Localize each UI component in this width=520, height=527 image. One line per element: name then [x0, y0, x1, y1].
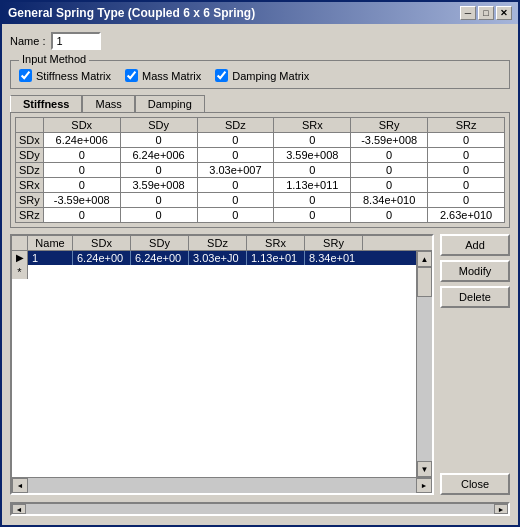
- damping-checkbox[interactable]: [215, 69, 228, 82]
- matrix-cell-5-1[interactable]: [120, 208, 197, 223]
- matrix-input-3-0[interactable]: [47, 179, 117, 191]
- matrix-input-4-5[interactable]: [431, 194, 501, 206]
- matrix-cell-3-2[interactable]: [197, 178, 274, 193]
- matrix-input-0-0[interactable]: [47, 134, 117, 146]
- matrix-input-5-1[interactable]: [124, 209, 194, 221]
- matrix-input-0-1[interactable]: [124, 134, 194, 146]
- matrix-cell-4-0[interactable]: [43, 193, 120, 208]
- matrix-cell-2-2[interactable]: [197, 163, 274, 178]
- matrix-cell-1-5[interactable]: [428, 148, 505, 163]
- matrix-input-4-3[interactable]: [277, 194, 347, 206]
- tab-damping[interactable]: Damping: [135, 95, 205, 112]
- bottom-scroll-left[interactable]: ◄: [12, 504, 26, 514]
- matrix-input-1-5[interactable]: [431, 149, 501, 161]
- matrix-cell-2-0[interactable]: [43, 163, 120, 178]
- matrix-cell-5-4[interactable]: [351, 208, 428, 223]
- scroll-left-button[interactable]: ◄: [12, 478, 28, 493]
- matrix-input-3-2[interactable]: [201, 179, 271, 191]
- scroll-thumb[interactable]: [417, 267, 432, 297]
- matrix-cell-3-1[interactable]: [120, 178, 197, 193]
- matrix-input-5-4[interactable]: [354, 209, 424, 221]
- matrix-cell-2-5[interactable]: [428, 163, 505, 178]
- matrix-cell-0-1[interactable]: [120, 133, 197, 148]
- row-name: 1: [28, 251, 73, 265]
- matrix-input-0-4[interactable]: [354, 134, 424, 146]
- matrix-cell-3-3[interactable]: [274, 178, 351, 193]
- tab-mass[interactable]: Mass: [82, 95, 134, 112]
- matrix-input-5-2[interactable]: [201, 209, 271, 221]
- scroll-down-button[interactable]: ▼: [417, 461, 432, 477]
- matrix-cell-4-2[interactable]: [197, 193, 274, 208]
- table-row[interactable]: ▶ 1 6.24e+00 6.24e+00 3.03e+J0 1.13e+01 …: [12, 251, 416, 265]
- matrix-input-1-1[interactable]: [124, 149, 194, 161]
- matrix-input-4-0[interactable]: [47, 194, 117, 206]
- window-title: General Spring Type (Coupled 6 x 6 Sprin…: [8, 6, 255, 20]
- matrix-cell-5-0[interactable]: [43, 208, 120, 223]
- modify-button[interactable]: Modify: [440, 260, 510, 282]
- matrix-input-2-2[interactable]: [201, 164, 271, 176]
- mass-checkbox-item: Mass Matrix: [125, 69, 201, 82]
- matrix-input-1-0[interactable]: [47, 149, 117, 161]
- matrix-cell-2-4[interactable]: [351, 163, 428, 178]
- matrix-cell-0-0[interactable]: [43, 133, 120, 148]
- matrix-cell-0-4[interactable]: [351, 133, 428, 148]
- matrix-input-1-4[interactable]: [354, 149, 424, 161]
- matrix-input-3-1[interactable]: [124, 179, 194, 191]
- maximize-button[interactable]: □: [478, 6, 494, 20]
- bottom-scroll-right[interactable]: ►: [494, 504, 508, 514]
- scroll-up-button[interactable]: ▲: [417, 251, 432, 267]
- matrix-cell-2-3[interactable]: [274, 163, 351, 178]
- add-button[interactable]: Add: [440, 234, 510, 256]
- mass-checkbox[interactable]: [125, 69, 138, 82]
- minimize-button[interactable]: ─: [460, 6, 476, 20]
- main-window: General Spring Type (Coupled 6 x 6 Sprin…: [0, 0, 520, 527]
- matrix-input-4-2[interactable]: [201, 194, 271, 206]
- matrix-input-1-3[interactable]: [277, 149, 347, 161]
- matrix-cell-1-1[interactable]: [120, 148, 197, 163]
- matrix-cell-0-5[interactable]: [428, 133, 505, 148]
- matrix-input-4-4[interactable]: [354, 194, 424, 206]
- delete-button[interactable]: Delete: [440, 286, 510, 308]
- matrix-cell-1-0[interactable]: [43, 148, 120, 163]
- matrix-input-0-2[interactable]: [201, 134, 271, 146]
- matrix-cell-4-4[interactable]: [351, 193, 428, 208]
- stiffness-checkbox[interactable]: [19, 69, 32, 82]
- matrix-header-srx: SRx: [274, 118, 351, 133]
- name-input[interactable]: [51, 32, 101, 50]
- matrix-cell-5-3[interactable]: [274, 208, 351, 223]
- scroll-right-button[interactable]: ►: [416, 478, 432, 493]
- matrix-cell-2-1[interactable]: [120, 163, 197, 178]
- matrix-input-5-0[interactable]: [47, 209, 117, 221]
- matrix-cell-5-2[interactable]: [197, 208, 274, 223]
- matrix-input-5-5[interactable]: [431, 209, 501, 221]
- bottom-section: Name SDx SDy SDz SRx SRy ▶ 1 6.24e+00: [10, 234, 510, 495]
- matrix-cell-0-3[interactable]: [274, 133, 351, 148]
- matrix-input-2-4[interactable]: [354, 164, 424, 176]
- matrix-cell-1-4[interactable]: [351, 148, 428, 163]
- matrix-cell-4-5[interactable]: [428, 193, 505, 208]
- matrix-input-0-5[interactable]: [431, 134, 501, 146]
- matrix-cell-3-4[interactable]: [351, 178, 428, 193]
- matrix-cell-4-3[interactable]: [274, 193, 351, 208]
- matrix-cell-4-1[interactable]: [120, 193, 197, 208]
- matrix-input-3-4[interactable]: [354, 179, 424, 191]
- matrix-input-2-3[interactable]: [277, 164, 347, 176]
- tab-stiffness[interactable]: Stiffness: [10, 95, 82, 112]
- matrix-input-0-3[interactable]: [277, 134, 347, 146]
- matrix-input-5-3[interactable]: [277, 209, 347, 221]
- matrix-input-3-3[interactable]: [277, 179, 347, 191]
- matrix-input-1-2[interactable]: [201, 149, 271, 161]
- matrix-cell-5-5[interactable]: [428, 208, 505, 223]
- matrix-input-4-1[interactable]: [124, 194, 194, 206]
- matrix-input-2-5[interactable]: [431, 164, 501, 176]
- matrix-input-2-1[interactable]: [124, 164, 194, 176]
- close-button[interactable]: Close: [440, 473, 510, 495]
- matrix-cell-0-2[interactable]: [197, 133, 274, 148]
- matrix-cell-1-3[interactable]: [274, 148, 351, 163]
- matrix-cell-3-0[interactable]: [43, 178, 120, 193]
- close-window-button[interactable]: ✕: [496, 6, 512, 20]
- matrix-input-2-0[interactable]: [47, 164, 117, 176]
- matrix-input-3-5[interactable]: [431, 179, 501, 191]
- matrix-cell-3-5[interactable]: [428, 178, 505, 193]
- matrix-cell-1-2[interactable]: [197, 148, 274, 163]
